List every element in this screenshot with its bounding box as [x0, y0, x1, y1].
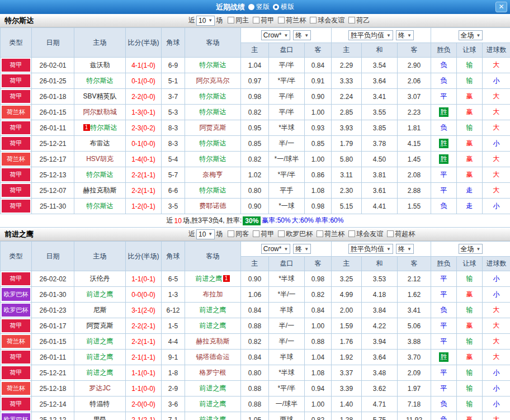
team-label: 前进之鹰 [87, 337, 114, 345]
home-team: HSV胡克 [74, 152, 126, 167]
team-label: 特尔斯达 [200, 108, 226, 116]
match-row: 荷兰杯26-01-15阿尔默勒城1-3(0-1)5-3特尔斯达0.82平/半1.… [1, 105, 510, 120]
match-date: 26-01-30 [32, 287, 74, 303]
radio-icon [248, 4, 254, 10]
corner-count: 3-7 [162, 89, 185, 105]
euro-odds-select[interactable]: 胜平负均值▼ [348, 30, 393, 40]
scope-select[interactable]: 全场▼ [459, 30, 483, 40]
team-label: 前进之鹰 [200, 416, 226, 420]
filter-checkbox[interactable]: 球会友谊 [310, 16, 344, 25]
euro-away-odds: 3.88 [398, 334, 431, 350]
euro-home-odds: 4.99 [332, 287, 362, 303]
checkbox-icon [228, 230, 234, 237]
asian-handicap: 半/一 [269, 136, 305, 152]
filter-label: 荷乙 [356, 16, 370, 25]
checkbox-icon [317, 230, 323, 237]
filter-checkbox[interactable]: 荷兰杯 [317, 229, 344, 239]
euro-draw-odds: 3.48 [362, 365, 398, 381]
euro-odds-select[interactable]: 胜平负均值▼ [348, 244, 393, 254]
filter-checkbox[interactable]: 欧罗巴杯 [278, 229, 313, 239]
filter-checkbox[interactable]: 球会友谊 [348, 229, 383, 239]
handicap-result: 赢 [457, 412, 483, 420]
league-badge: 荷甲 [2, 137, 30, 150]
home-team: 阿尔默勒城 [74, 105, 126, 120]
section-controls: 近 10 ▼ 场 同客荷甲欧罗巴杯荷兰杯球会友谊荷超杯 [187, 229, 415, 239]
team-label: 特尔斯达 [200, 92, 226, 100]
dropdown-arrow-icon: ▼ [284, 247, 288, 252]
close-button[interactable]: ✕ [495, 2, 507, 12]
filter-checkbox[interactable]: 同主 [228, 16, 249, 25]
filter-checkbox[interactable]: 荷兰杯 [278, 16, 306, 25]
dropdown-arrow-icon: ▼ [386, 33, 391, 38]
euro-final-select[interactable]: 终▼ [396, 244, 414, 254]
filter-checkbox[interactable]: 同客 [228, 229, 249, 239]
league-cell: 荷甲 [1, 89, 32, 105]
match-count-select[interactable]: 10 ▼ [196, 229, 215, 239]
euro-draw-odds: 3.62 [362, 381, 398, 397]
match-count-select[interactable]: 10 ▼ [196, 16, 215, 26]
asian-home-odds: 0.84 [241, 350, 269, 365]
away-team: 特尔斯达 [185, 152, 241, 167]
scope-select[interactable]: 全场▼ [459, 244, 483, 254]
match-row: 荷甲25-12-13特尔斯达2-2(1-1)5-7奈梅亨1.02*平/半0.86… [1, 167, 510, 183]
handicap-result: 输 [457, 58, 483, 73]
dropdown-arrow-icon: ▼ [304, 247, 309, 252]
match-result: 平 [431, 334, 457, 350]
asian-home-odds: 0.90 [241, 199, 269, 214]
bookmaker-select[interactable]: Crow*▼ [261, 244, 291, 254]
filter-label: 同客 [235, 229, 249, 239]
match-result: 胜 [431, 152, 457, 167]
match-date: 25-12-14 [32, 397, 74, 412]
euro-draw-odds: 3.85 [362, 120, 398, 136]
euro-draw-odds: 4.22 [362, 318, 398, 334]
away-team: 阿贾克斯 [185, 120, 241, 136]
filter-checkbox[interactable]: 荷超杯 [387, 229, 415, 239]
corner-count: 1-5 [162, 318, 185, 334]
bookmaker-final-select[interactable]: 终▼ [293, 30, 311, 40]
euro-home-odds: 2.00 [332, 303, 362, 318]
asian-handicap: *半球 [269, 120, 305, 136]
radio-horizontal-layout[interactable]: 横版 [273, 2, 294, 12]
filter-checkbox[interactable]: 荷甲 [253, 229, 274, 239]
goals-result: 大 [483, 167, 510, 183]
match-score: 4-1(1-0) [126, 58, 162, 73]
corner-count: 5-7 [162, 167, 185, 183]
away-team: 前进之鹰 [185, 318, 241, 334]
away-team: 阿尔克马尔 [185, 73, 241, 89]
euro-draw-odds: 3.84 [362, 303, 398, 318]
home-team: 兹沃勒 [74, 58, 126, 73]
league-badge: 荷甲 [2, 168, 30, 181]
radio-vertical-layout[interactable]: 竖版 [248, 2, 270, 12]
dropdown-arrow-icon: ▼ [208, 18, 212, 23]
filter-checkbox[interactable]: 荷甲 [253, 16, 274, 25]
dropdown-arrow-icon: ▼ [386, 247, 391, 252]
asian-handicap: 两球 [269, 412, 305, 420]
euro-draw-odds: 4.71 [362, 397, 398, 412]
league-cell: 荷兰杯 [1, 334, 32, 350]
dropdown-arrow-icon: ▼ [208, 232, 212, 237]
euro-final-select[interactable]: 终▼ [396, 30, 414, 40]
bookmaker-final-select[interactable]: 终▼ [293, 244, 311, 254]
away-team: 赫拉克勒斯 [185, 334, 241, 350]
team-label: 特尔斯达 [87, 77, 114, 84]
dropdown-arrow-icon: ▼ [284, 33, 288, 38]
away-team: 特尔斯达 [185, 105, 241, 120]
matches-unit-label: 场 [216, 16, 223, 25]
match-score: 2-2(0-0) [126, 89, 162, 105]
win-badge: 胜 [439, 154, 448, 164]
team-label: 前进之鹰 [87, 353, 114, 361]
euro-home-odds: 3.33 [332, 73, 362, 89]
match-date: 25-12-07 [32, 183, 74, 199]
euro-away-odds: 3.41 [398, 303, 431, 318]
dropdown-arrow-icon: ▼ [476, 247, 481, 252]
match-row: 荷甲26-01-25特尔斯达0-1(0-0)5-1阿尔克马尔0.97*平/半0.… [1, 73, 510, 89]
corner-count: 6-9 [162, 58, 185, 73]
away-team: 特尔斯达 [185, 89, 241, 105]
filter-checkbox[interactable]: 荷乙 [348, 16, 370, 25]
asian-handicap: 平/半 [269, 89, 305, 105]
handicap-result: 输 [457, 73, 483, 89]
bookmaker-select[interactable]: Crow*▼ [261, 30, 291, 40]
matches-table: 类型 日期 主场 比分(半场) 角球 客场 Crow*▼ 终▼ 胜平负均值▼ 终… [0, 241, 510, 420]
subcol-asian-home: 主 [241, 43, 269, 58]
match-date: 25-12-21 [32, 136, 74, 152]
